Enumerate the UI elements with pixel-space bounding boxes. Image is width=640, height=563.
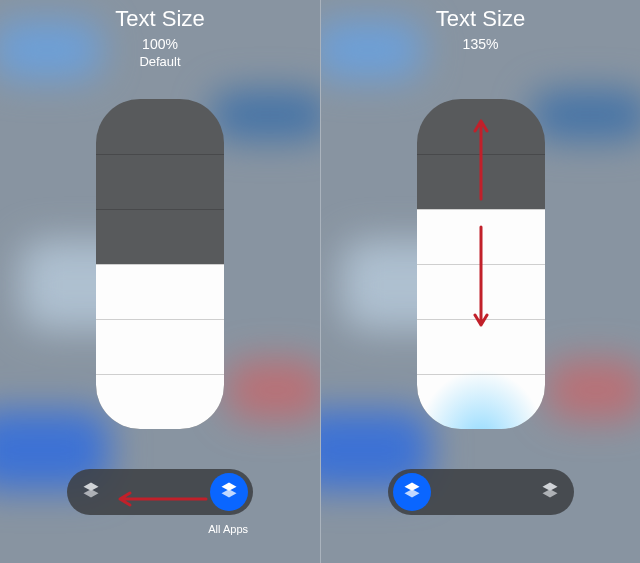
pane-0: Text Size100%DefaultAll Apps — [0, 0, 320, 563]
text-size-slider[interactable] — [96, 99, 224, 429]
layers-icon — [540, 480, 560, 504]
scope-caption-right: All Apps — [208, 523, 248, 535]
text-size-title: Text Size — [436, 6, 525, 32]
scope-this-app[interactable] — [393, 473, 431, 511]
scope-toggle[interactable] — [67, 469, 253, 515]
text-size-percent: 135% — [463, 36, 499, 52]
layers-icon — [402, 480, 422, 504]
scope-toggle[interactable] — [388, 469, 574, 515]
scope-this-app[interactable] — [72, 473, 110, 511]
text-size-percent: 100% — [142, 36, 178, 52]
text-size-subtitle: Default — [139, 54, 180, 69]
pane-1: Text Size135% — [320, 0, 640, 563]
scope-all-apps[interactable] — [531, 473, 569, 511]
scope-all-apps[interactable] — [210, 473, 248, 511]
text-size-title: Text Size — [115, 6, 204, 32]
text-size-slider[interactable] — [417, 99, 545, 429]
layers-icon — [219, 480, 239, 504]
layers-icon — [81, 480, 101, 504]
